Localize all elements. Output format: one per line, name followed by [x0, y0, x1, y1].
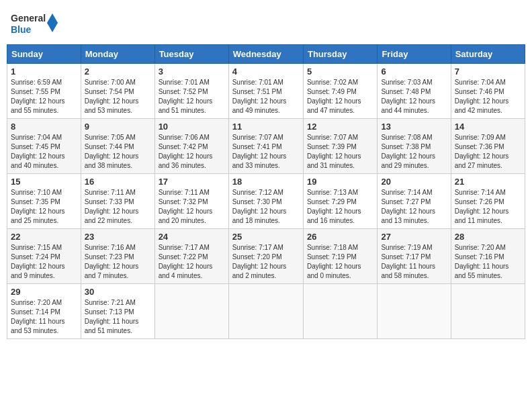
day-number: 15 [11, 177, 77, 187]
day-info: Sunrise: 7:07 AM Sunset: 7:41 PM Dayligh… [232, 133, 300, 171]
calendar-cell: 21Sunrise: 7:14 AM Sunset: 7:26 PM Dayli… [451, 174, 525, 229]
day-info: Sunrise: 7:07 AM Sunset: 7:39 PM Dayligh… [307, 133, 373, 171]
calendar-cell: 18Sunrise: 7:12 AM Sunset: 7:30 PM Dayli… [228, 174, 303, 229]
day-info: Sunrise: 7:11 AM Sunset: 7:33 PM Dayligh… [85, 188, 151, 226]
day-info: Sunrise: 7:15 AM Sunset: 7:24 PM Dayligh… [11, 243, 77, 281]
day-number: 23 [85, 232, 151, 242]
calendar-cell: 9Sunrise: 7:05 AM Sunset: 7:44 PM Daylig… [81, 119, 154, 174]
calendar-cell: 29Sunrise: 7:20 AM Sunset: 7:14 PM Dayli… [7, 284, 81, 339]
calendar-week-3: 15Sunrise: 7:10 AM Sunset: 7:35 PM Dayli… [7, 174, 525, 229]
calendar-cell: 17Sunrise: 7:11 AM Sunset: 7:32 PM Dayli… [154, 174, 228, 229]
col-header-saturday: Saturday [451, 45, 525, 64]
day-number: 4 [232, 66, 300, 77]
calendar-cell [378, 284, 451, 339]
calendar-cell: 27Sunrise: 7:19 AM Sunset: 7:17 PM Dayli… [378, 229, 451, 284]
day-info: Sunrise: 7:04 AM Sunset: 7:45 PM Dayligh… [11, 133, 77, 171]
calendar-cell: 3Sunrise: 7:01 AM Sunset: 7:52 PM Daylig… [154, 64, 228, 119]
day-info: Sunrise: 7:12 AM Sunset: 7:30 PM Dayligh… [232, 188, 300, 226]
calendar-cell: 25Sunrise: 7:17 AM Sunset: 7:20 PM Dayli… [228, 229, 303, 284]
calendar-cell: 13Sunrise: 7:08 AM Sunset: 7:38 PM Dayli… [378, 119, 451, 174]
day-number: 26 [307, 232, 373, 242]
day-info: Sunrise: 6:59 AM Sunset: 7:55 PM Dayligh… [11, 78, 77, 116]
col-header-monday: Monday [81, 45, 154, 64]
day-info: Sunrise: 7:03 AM Sunset: 7:48 PM Dayligh… [381, 78, 447, 116]
logo-svg: General Blue [11, 9, 58, 36]
day-number: 12 [307, 122, 373, 132]
day-info: Sunrise: 7:17 AM Sunset: 7:22 PM Dayligh… [159, 243, 225, 281]
calendar-cell: 28Sunrise: 7:20 AM Sunset: 7:16 PM Dayli… [451, 229, 525, 284]
day-number: 7 [455, 66, 521, 77]
calendar-cell: 7Sunrise: 7:04 AM Sunset: 7:46 PM Daylig… [451, 64, 525, 119]
calendar-week-4: 22Sunrise: 7:15 AM Sunset: 7:24 PM Dayli… [7, 229, 525, 284]
day-number: 9 [85, 122, 151, 132]
calendar-cell: 1Sunrise: 6:59 AM Sunset: 7:55 PM Daylig… [7, 64, 81, 119]
calendar-cell: 11Sunrise: 7:07 AM Sunset: 7:41 PM Dayli… [228, 119, 303, 174]
day-info: Sunrise: 7:06 AM Sunset: 7:42 PM Dayligh… [159, 133, 225, 171]
col-header-tuesday: Tuesday [154, 45, 228, 64]
day-number: 16 [85, 177, 151, 187]
calendar-cell: 2Sunrise: 7:00 AM Sunset: 7:54 PM Daylig… [81, 64, 154, 119]
day-info: Sunrise: 7:10 AM Sunset: 7:35 PM Dayligh… [11, 188, 77, 226]
day-info: Sunrise: 7:14 AM Sunset: 7:26 PM Dayligh… [455, 188, 521, 226]
svg-text:Blue: Blue [11, 24, 32, 35]
day-info: Sunrise: 7:00 AM Sunset: 7:54 PM Dayligh… [85, 78, 151, 116]
day-number: 27 [381, 232, 447, 242]
logo: General Blue [11, 9, 58, 36]
calendar-cell [303, 284, 377, 339]
day-info: Sunrise: 7:13 AM Sunset: 7:29 PM Dayligh… [307, 188, 373, 226]
calendar-week-2: 8Sunrise: 7:04 AM Sunset: 7:45 PM Daylig… [7, 119, 525, 174]
day-number: 29 [11, 287, 77, 297]
svg-marker-2 [47, 13, 58, 32]
day-number: 28 [455, 232, 521, 242]
col-header-wednesday: Wednesday [228, 45, 303, 64]
col-header-sunday: Sunday [7, 45, 81, 64]
calendar-cell: 19Sunrise: 7:13 AM Sunset: 7:29 PM Dayli… [303, 174, 377, 229]
day-info: Sunrise: 7:11 AM Sunset: 7:32 PM Dayligh… [159, 188, 225, 226]
calendar-cell [451, 284, 525, 339]
day-number: 2 [85, 66, 151, 77]
calendar-cell: 24Sunrise: 7:17 AM Sunset: 7:22 PM Dayli… [154, 229, 228, 284]
day-number: 3 [159, 66, 225, 77]
day-info: Sunrise: 7:08 AM Sunset: 7:38 PM Dayligh… [381, 133, 447, 171]
calendar-table: SundayMondayTuesdayWednesdayThursdayFrid… [7, 44, 525, 339]
calendar-cell: 5Sunrise: 7:02 AM Sunset: 7:49 PM Daylig… [303, 64, 377, 119]
calendar-cell [228, 284, 303, 339]
day-info: Sunrise: 7:04 AM Sunset: 7:46 PM Dayligh… [455, 78, 521, 116]
calendar-cell: 12Sunrise: 7:07 AM Sunset: 7:39 PM Dayli… [303, 119, 377, 174]
calendar-cell: 14Sunrise: 7:09 AM Sunset: 7:36 PM Dayli… [451, 119, 525, 174]
calendar-cell: 6Sunrise: 7:03 AM Sunset: 7:48 PM Daylig… [378, 64, 451, 119]
day-number: 22 [11, 232, 77, 242]
day-number: 25 [232, 232, 300, 242]
day-info: Sunrise: 7:20 AM Sunset: 7:16 PM Dayligh… [455, 243, 521, 281]
col-header-thursday: Thursday [303, 45, 377, 64]
day-info: Sunrise: 7:14 AM Sunset: 7:27 PM Dayligh… [381, 188, 447, 226]
day-number: 6 [381, 66, 447, 77]
day-number: 5 [307, 66, 373, 77]
calendar-cell: 4Sunrise: 7:01 AM Sunset: 7:51 PM Daylig… [228, 64, 303, 119]
day-info: Sunrise: 7:02 AM Sunset: 7:49 PM Dayligh… [307, 78, 373, 116]
day-number: 11 [232, 122, 300, 132]
day-info: Sunrise: 7:01 AM Sunset: 7:52 PM Dayligh… [159, 78, 225, 116]
day-number: 19 [307, 177, 373, 187]
day-number: 8 [11, 122, 77, 132]
day-info: Sunrise: 7:20 AM Sunset: 7:14 PM Dayligh… [11, 298, 77, 336]
calendar-cell: 22Sunrise: 7:15 AM Sunset: 7:24 PM Dayli… [7, 229, 81, 284]
calendar-cell: 26Sunrise: 7:18 AM Sunset: 7:19 PM Dayli… [303, 229, 377, 284]
svg-text:General: General [11, 13, 46, 24]
day-info: Sunrise: 7:09 AM Sunset: 7:36 PM Dayligh… [455, 133, 521, 171]
day-info: Sunrise: 7:16 AM Sunset: 7:23 PM Dayligh… [85, 243, 151, 281]
day-info: Sunrise: 7:19 AM Sunset: 7:17 PM Dayligh… [381, 243, 447, 281]
day-info: Sunrise: 7:01 AM Sunset: 7:51 PM Dayligh… [232, 78, 300, 116]
page-header: General Blue [7, 7, 525, 39]
day-number: 10 [159, 122, 225, 132]
calendar-cell: 10Sunrise: 7:06 AM Sunset: 7:42 PM Dayli… [154, 119, 228, 174]
day-info: Sunrise: 7:21 AM Sunset: 7:13 PM Dayligh… [85, 298, 151, 336]
calendar-cell: 15Sunrise: 7:10 AM Sunset: 7:35 PM Dayli… [7, 174, 81, 229]
calendar-cell: 16Sunrise: 7:11 AM Sunset: 7:33 PM Dayli… [81, 174, 154, 229]
day-info: Sunrise: 7:05 AM Sunset: 7:44 PM Dayligh… [85, 133, 151, 171]
calendar-week-5: 29Sunrise: 7:20 AM Sunset: 7:14 PM Dayli… [7, 284, 525, 339]
day-number: 30 [85, 287, 151, 297]
day-number: 24 [159, 232, 225, 242]
calendar-header-row: SundayMondayTuesdayWednesdayThursdayFrid… [7, 45, 525, 64]
day-number: 18 [232, 177, 300, 187]
